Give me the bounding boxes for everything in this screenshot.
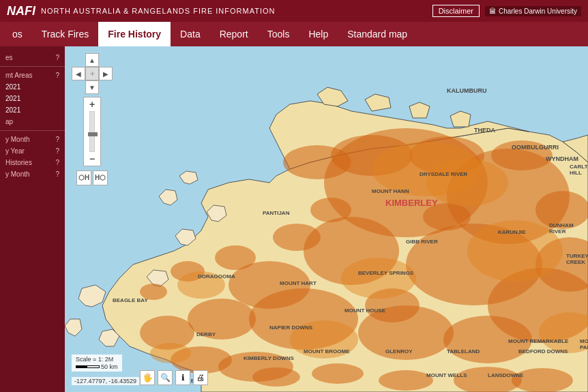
cdu-label: Charles Darwin University (499, 7, 577, 15)
nav-item-os[interactable]: os (3, 22, 32, 46)
header-right: Disclaimer 🏛 Charles Darwin University (432, 5, 581, 17)
sidebar-item-histories[interactable]: Histories ? (0, 157, 65, 168)
sidebar-label-mgmt: mt Areas (5, 72, 32, 79)
sidebar-item-by-month[interactable]: y Month ? (0, 134, 65, 145)
sidebar-item-management-areas[interactable]: mt Areas ? (0, 70, 65, 81)
sidebar-date3: 2021 (5, 106, 20, 114)
pan-down-button[interactable]: ▼ (85, 80, 99, 94)
map-controls: ▲ ◀ ✛ ▶ ▼ + − ⬡H H⬡ (72, 53, 113, 185)
zoom-control: + − (83, 97, 101, 166)
home-button[interactable]: ⬡H (76, 170, 91, 185)
app-title: NORTH AUSTRALIA & RANGELANDS FIRE INFORM… (41, 7, 275, 15)
zoom-out-button[interactable]: − (85, 153, 99, 164)
svg-point-8 (443, 316, 532, 363)
sidebar-item-date2: 2021 (0, 93, 65, 104)
header-left: NAFI NORTH AUSTRALIA & RANGELANDS FIRE I… (7, 4, 275, 18)
scale-bar-label: 50 km (101, 363, 118, 370)
svg-point-29 (379, 370, 433, 391)
sidebar-label-by-month2: y Month (5, 170, 30, 178)
cdu-logo: 🏛 Charles Darwin University (485, 6, 581, 16)
sidebar-label-by-month: y Month (5, 136, 30, 143)
svg-point-34 (426, 159, 508, 207)
sidebar-item-by-month2[interactable]: y Month ? (0, 168, 65, 180)
svg-point-38 (177, 271, 225, 299)
svg-point-31 (252, 367, 300, 387)
sidebar-item-by-year[interactable]: y Year ? (0, 145, 65, 157)
sidebar-label-histories: Histories (5, 159, 32, 166)
sidebar: es ? mt Areas ? 2021 2021 2021 ap y Mont… (0, 46, 65, 392)
disclaimer-button[interactable]: Disclaimer (432, 5, 480, 17)
nav-item-data[interactable]: Data (171, 22, 210, 46)
svg-point-36 (290, 320, 358, 359)
sidebar-help-year[interactable]: ? (55, 147, 59, 155)
svg-point-23 (273, 224, 321, 251)
svg-point-33 (467, 220, 563, 282)
coordinates: -127.47797, -16.43529 (72, 377, 139, 385)
sidebar-help-mgmt[interactable]: ? (55, 72, 59, 79)
svg-point-11 (283, 145, 351, 179)
sidebar-help-histories[interactable]: ? (55, 159, 59, 166)
app-header: NAFI NORTH AUSTRALIA & RANGELANDS FIRE I… (0, 0, 588, 22)
svg-point-35 (341, 258, 416, 299)
svg-point-20 (491, 140, 553, 170)
sidebar-item-es[interactable]: es ? (0, 52, 65, 63)
svg-point-30 (312, 363, 364, 384)
nav-item-help[interactable]: Help (299, 22, 338, 46)
sidebar-label-es: es (5, 54, 13, 61)
nav-item-report[interactable]: Report (210, 22, 258, 46)
nafi-logo: NAFI (7, 4, 35, 18)
svg-point-19 (423, 203, 471, 230)
svg-point-24 (215, 245, 256, 270)
svg-point-21 (535, 191, 588, 229)
info-button[interactable]: ℹ (175, 370, 190, 385)
sidebar-item-date3: 2021 (0, 104, 65, 116)
svg-point-14 (188, 299, 256, 340)
sidebar-label-map: ap (5, 118, 13, 125)
scale-bar: Scale = 1: 2M 50 km (72, 355, 122, 372)
map-svg (65, 46, 588, 392)
svg-point-39 (150, 343, 191, 363)
svg-point-28 (512, 368, 573, 392)
bottom-tools: 🖐 🔍 ℹ 🖨 (140, 370, 208, 385)
extra-button[interactable]: H⬡ (93, 170, 108, 185)
svg-point-26 (140, 284, 167, 300)
nav-item-track-fires[interactable]: Track Fires (32, 22, 98, 46)
zoom-thumb[interactable] (88, 132, 98, 136)
sidebar-help-month2[interactable]: ? (55, 170, 59, 178)
navbar: os Track Fires Fire History Data Report … (0, 22, 588, 46)
nav-item-tools[interactable]: Tools (258, 22, 299, 46)
pan-control: ▲ ◀ ✛ ▶ ▼ (72, 53, 113, 94)
sidebar-help-month[interactable]: ? (55, 136, 59, 143)
svg-point-22 (310, 198, 351, 222)
sidebar-date1: 2021 (5, 83, 20, 91)
main-content: es ? mt Areas ? 2021 2021 2021 ap y Mont… (0, 46, 588, 392)
nav-item-standard-map[interactable]: Standard map (338, 22, 417, 46)
sidebar-item-date1: 2021 (0, 81, 65, 93)
hand-tool-button[interactable]: 🖐 (140, 370, 155, 385)
sidebar-date2: 2021 (5, 95, 20, 102)
pan-left-button[interactable]: ◀ (72, 67, 85, 80)
print-button[interactable]: 🖨 (193, 370, 208, 385)
cdu-icon: 🏛 (489, 7, 496, 15)
sidebar-item-map: ap (0, 116, 65, 127)
extra-map-buttons: ⬡H H⬡ (76, 170, 108, 185)
pan-up-button[interactable]: ▲ (85, 53, 99, 67)
pan-center: ✛ (85, 67, 99, 80)
pan-right-button[interactable]: ▶ (99, 67, 113, 80)
nav-item-fire-history[interactable]: Fire History (98, 22, 171, 46)
scale-text: Scale = 1: 2M (76, 356, 118, 363)
sidebar-help-es[interactable]: ? (55, 54, 59, 61)
zoom-track[interactable] (89, 111, 95, 152)
sidebar-label-by-year: y Year (5, 147, 25, 155)
zoom-in-button[interactable]: + (85, 99, 99, 110)
map-container[interactable]: KALUMBURU THEDA OOMBULGURRI WYNDHAM CARL… (65, 46, 588, 392)
zoom-area-button[interactable]: 🔍 (158, 370, 173, 385)
